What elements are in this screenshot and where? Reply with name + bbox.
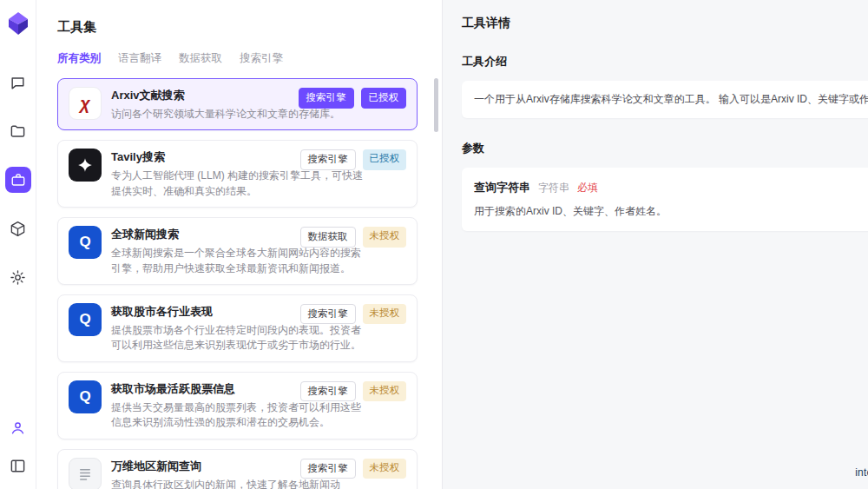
tool-icon <box>69 149 102 182</box>
tool-icon <box>69 458 102 489</box>
tool-category-badge: 搜索引擎 <box>300 304 356 325</box>
tool-auth-badge: 未授权 <box>363 459 407 479</box>
sidebar-bottom <box>5 414 31 479</box>
tool-icon: Q <box>69 303 102 336</box>
tool-icon: χ <box>69 87 102 120</box>
detail-title: 工具详情 <box>462 16 868 31</box>
intro-card: 一个用于从Arxiv存储库搜索科学论文和文章的工具。 输入可以是Arxiv ID… <box>462 81 868 118</box>
cube-icon[interactable] <box>5 215 31 241</box>
tab-data-fetch[interactable]: 数据获取 <box>179 51 222 66</box>
tab-search-engine[interactable]: 搜索引擎 <box>240 51 283 66</box>
intel-core-badge: intel CORE <box>855 466 868 479</box>
tool-card[interactable]: 万维地区新闻查询 查询具体行政区划内的新闻，快速了解各地新闻动 搜索引擎 未授权 <box>57 449 418 489</box>
tab-language-translation[interactable]: 语言翻译 <box>118 51 161 66</box>
intel-logo-text: intel <box>855 466 868 479</box>
tool-category-badge: 搜索引擎 <box>300 459 356 479</box>
tool-auth-badge: 已授权 <box>363 149 407 170</box>
tool-badges: 搜索引擎 未授权 <box>300 459 407 479</box>
tool-detail-panel: 工具详情 工具介绍 一个用于从Arxiv存储库搜索科学论文和文章的工具。 输入可… <box>443 0 868 489</box>
tool-description: 查询具体行政区划内的新闻，快速了解各地新闻动 <box>111 478 365 489</box>
category-tabs: 所有类别 语言翻译 数据获取 搜索引擎 <box>57 51 421 66</box>
app-window: 工具集 所有类别 语言翻译 数据获取 搜索引擎 χ Arxiv文献搜索 访问各个… <box>0 0 868 489</box>
param-description: 用于搜索的Arxiv ID、关键字、作者姓名。 <box>474 204 868 219</box>
tool-badges: 数据获取 未授权 <box>300 227 407 248</box>
briefcase-icon[interactable] <box>5 167 31 193</box>
param-header: 查询字符串 字符串 必填 <box>474 180 868 195</box>
tool-card[interactable]: Tavily搜索 专为人工智能代理 (LLM) 构建的搜索引擎工具，可快速提供实… <box>57 140 418 208</box>
tool-card[interactable]: Q 全球新闻搜索 全球新闻搜索是一个聚合全球各大新闻网站内容的搜索引擎，帮助用户… <box>57 217 418 285</box>
user-icon[interactable] <box>5 414 31 440</box>
page-title: 工具集 <box>57 19 442 36</box>
sidebar-rail <box>0 0 36 489</box>
tool-auth-badge: 未授权 <box>363 304 407 325</box>
tool-description: 专为人工智能代理 (LLM) 构建的搜索引擎工具，可快速提供实时、准确和真实的结… <box>111 169 365 199</box>
param-type: 字符串 <box>538 181 569 195</box>
tool-badges: 搜索引擎 已授权 <box>300 149 407 170</box>
tool-category-badge: 数据获取 <box>300 227 356 248</box>
tool-list: χ Arxiv文献搜索 访问各个研究领域大量科学论文和文章的存储库。 搜索引擎 … <box>36 76 442 489</box>
param-required-badge: 必填 <box>577 181 598 195</box>
tool-description: 全球新闻搜索是一个聚合全球各大新闻网站内容的搜索引擎，帮助用户快速获取全球最新资… <box>111 246 365 276</box>
param-name: 查询字符串 <box>474 180 530 195</box>
tool-description: 提供当天交易量最高的股票列表，投资者可以利用这些信息来识别流动性强的股票和潜在的… <box>111 400 365 431</box>
tool-category-badge: 搜索引擎 <box>300 149 356 170</box>
params-heading: 参数 <box>462 141 868 156</box>
tool-category-badge: 搜索引擎 <box>299 88 354 109</box>
tool-auth-badge: 已授权 <box>361 88 407 109</box>
tool-card[interactable]: Q 获取市场最活跃股票信息 提供当天交易量最高的股票列表，投资者可以利用这些信息… <box>57 372 418 439</box>
tool-list-panel: 工具集 所有类别 语言翻译 数据获取 搜索引擎 χ Arxiv文献搜索 访问各个… <box>36 0 443 489</box>
scrollbar-thumb[interactable] <box>434 78 438 132</box>
tool-card[interactable]: χ Arxiv文献搜索 访问各个研究领域大量科学论文和文章的存储库。 搜索引擎 … <box>57 78 418 130</box>
tool-badges: 搜索引擎 未授权 <box>300 381 407 402</box>
tool-card[interactable]: Q 获取股市各行业表现 提供股票市场各个行业在特定时间段内的表现。投资者可以利用… <box>57 294 418 362</box>
sidebar-nav <box>5 69 31 290</box>
tool-auth-badge: 未授权 <box>363 381 407 402</box>
tool-description: 访问各个研究领域大量科学论文和文章的存储库。 <box>111 107 365 122</box>
param-card: 查询字符串 字符串 必填 用于搜索的Arxiv ID、关键字、作者姓名。 <box>462 168 868 231</box>
tool-auth-badge: 未授权 <box>363 227 407 248</box>
tool-badges: 搜索引擎 未授权 <box>300 304 407 325</box>
tool-description: 提供股票市场各个行业在特定时间段内的表现。投资者可以利用这些信息来识别表现优于或… <box>111 323 365 354</box>
intro-heading: 工具介绍 <box>462 54 868 69</box>
tool-badges: 搜索引擎 已授权 <box>299 88 407 109</box>
tab-all-categories[interactable]: 所有类别 <box>57 51 101 66</box>
app-logo-icon[interactable] <box>9 12 28 38</box>
chat-icon[interactable] <box>5 69 31 96</box>
tool-icon: Q <box>69 226 102 259</box>
gear-icon[interactable] <box>5 264 31 290</box>
tool-icon: Q <box>69 380 102 413</box>
folder-icon[interactable] <box>5 118 31 144</box>
tool-category-badge: 搜索引擎 <box>300 381 356 402</box>
panel-layout-icon[interactable] <box>5 453 31 479</box>
